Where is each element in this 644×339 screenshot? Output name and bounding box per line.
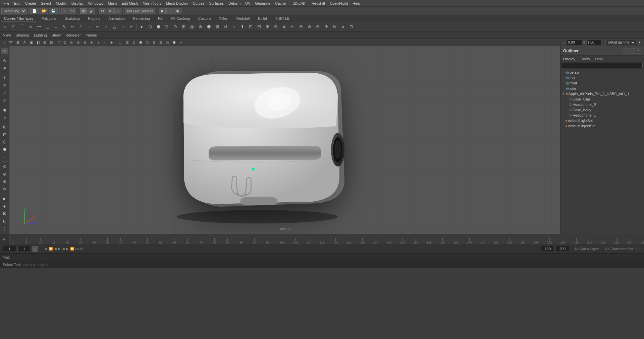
icon-revolve[interactable]: ↺ [221, 23, 229, 31]
icon-boolean[interactable]: ⊓ [347, 23, 355, 31]
gamma-select[interactable]: sRGB gamma [605, 40, 636, 45]
coord-x-input[interactable] [567, 40, 582, 45]
tc-next-key[interactable]: ⏩ [70, 247, 74, 251]
icon-arc1[interactable]: ◡ [43, 23, 51, 31]
menu-deform[interactable]: Deform [226, 1, 243, 6]
tab-curves-surfaces[interactable]: Curves / Surfaces [1, 16, 36, 21]
tool-move[interactable]: ✛ [1, 74, 8, 81]
tool-snap3[interactable]: ⊕ [1, 178, 8, 185]
tool-extra2[interactable]: ⊡ [1, 217, 8, 224]
menu-mesh-display[interactable]: Mesh Display [164, 1, 190, 6]
tool-scale[interactable]: ⤢ [1, 89, 8, 96]
tree-item-airpods-group[interactable]: ▼ ■ Apple_AirPods_Pro_2_USBC_nd1_1 [560, 91, 644, 96]
tb-paint[interactable]: 🖌 [88, 8, 95, 14]
anim-end-input[interactable] [556, 246, 569, 252]
tc-play-back[interactable]: ◀ [62, 247, 65, 251]
icon-rebuild[interactable]: ↻ [330, 23, 338, 31]
sub-h3[interactable]: ⊡ [131, 40, 137, 46]
menu-curves[interactable]: Curves [191, 1, 207, 6]
tab-turtle[interactable]: TURTLE [272, 16, 292, 21]
icon-rect[interactable]: □ [10, 23, 18, 31]
icon-freeform[interactable]: ∾ [94, 23, 102, 31]
outliner-search-input[interactable] [562, 63, 643, 68]
frame-start-input[interactable] [3, 246, 16, 252]
menu-3dtoall[interactable]: - 3DtoAll - [288, 1, 309, 6]
icon-pencil2[interactable]: ✏ [68, 23, 76, 31]
outliner-close[interactable]: × [636, 48, 641, 54]
tb-open[interactable]: 📂 [40, 8, 48, 14]
sub-anim[interactable]: ⬥ [95, 40, 101, 46]
tool-extra1[interactable]: ⊠ [1, 210, 8, 217]
menu-edit[interactable]: Edit [12, 1, 22, 6]
tool-show-manip[interactable]: ⊞ [1, 124, 8, 130]
icon-curve-bp[interactable]: ∿ [26, 23, 35, 31]
icon-curve3[interactable]: 〜 [35, 23, 43, 31]
tab-rigging[interactable]: Rigging [85, 16, 103, 21]
icon-bound[interactable]: ⊞ [263, 23, 271, 31]
icon-nurbs2[interactable]: ⊠ [213, 23, 221, 31]
icon-cone[interactable]: ▽ [163, 23, 171, 31]
tab-xgen[interactable]: XGen [216, 16, 231, 21]
sub-snap2[interactable]: ⊗ [75, 40, 81, 46]
icon-twopt[interactable]: ⟋ [102, 23, 110, 31]
tb-ipr[interactable]: ◉ [174, 8, 181, 14]
outliner-restore[interactable]: □ [629, 48, 635, 54]
sub-b[interactable]: ▣ [28, 40, 34, 46]
icon-cube[interactable]: ⬡ [146, 23, 154, 31]
icon-curve-ep[interactable]: ⌒ [18, 23, 26, 31]
tool-soft-mod[interactable]: ◉ [1, 107, 8, 113]
tree-item-headphone-r[interactable]: ⬡ Headphone_R [560, 102, 644, 107]
tab-fx-caching[interactable]: FX Caching [168, 16, 193, 21]
vb-show[interactable]: Show [50, 33, 63, 38]
tool-lattice[interactable]: ⬡ [1, 139, 8, 145]
char-set-icon2[interactable]: ⊟ [639, 247, 641, 251]
sub-h8[interactable]: ◎ [164, 40, 170, 46]
menu-generate[interactable]: Generate [253, 1, 272, 6]
out-tab-help[interactable]: Help [594, 57, 604, 61]
vb-shading[interactable]: Shading [14, 33, 31, 38]
tool-lasso[interactable]: ⊚ [1, 57, 8, 64]
menu-mesh[interactable]: Mesh [106, 1, 119, 6]
icon-loft[interactable]: ⌂ [230, 23, 238, 31]
tb-snap[interactable]: ⊙ [99, 8, 106, 14]
icon-cut[interactable]: ✂ [127, 23, 135, 31]
out-tab-display[interactable]: Display [562, 57, 577, 61]
menu-display[interactable]: Display [69, 1, 86, 6]
tool-snap-settings[interactable]: ⊙ [1, 163, 8, 170]
thumbnail-toggle[interactable]: □ [32, 246, 38, 252]
frame-current-input[interactable] [17, 246, 31, 252]
menu-select[interactable]: Select [39, 1, 53, 6]
menu-windows[interactable]: Windows [86, 1, 105, 6]
tool-sculpt[interactable]: ⌂ [1, 114, 8, 121]
tb-redo[interactable]: ↪ [69, 8, 76, 14]
sub-h4[interactable]: ⬢ [138, 40, 144, 46]
icon-trim[interactable]: ✄ [288, 23, 297, 31]
tb-render2[interactable]: ⊞ [166, 8, 173, 14]
tool-universal[interactable]: ⊹ [1, 97, 8, 104]
menu-mesh-tools[interactable]: Mesh Tools [141, 1, 163, 6]
tc-next-frame[interactable]: ▶ [66, 247, 69, 251]
sub-e[interactable]: ⊟ [48, 40, 54, 46]
tree-item-top[interactable]: 📹 top [560, 75, 644, 80]
icon-intersect[interactable]: ⊗ [305, 23, 313, 31]
tree-item-front[interactable]: 📹 front [560, 80, 644, 86]
mel-input[interactable] [13, 255, 644, 259]
tool-bottom1[interactable]: ⋮ [1, 226, 8, 232]
menu-help[interactable]: Help [351, 1, 362, 6]
tab-fx[interactable]: FX [155, 16, 165, 21]
sub-move[interactable]: ↕ [1, 40, 7, 46]
vb-lighting[interactable]: Lighting [32, 33, 49, 38]
vb-view[interactable]: View [1, 33, 13, 38]
icon-fillet[interactable]: ⊖ [314, 23, 322, 31]
icon-cylinder[interactable]: ⬢ [154, 23, 162, 31]
time-ruler[interactable]: 1510152025303540455055606570758085909510… [9, 234, 644, 244]
tb-select-mode[interactable]: ⊞ [80, 8, 87, 14]
icon-extrude[interactable]: ⬆ [238, 23, 246, 31]
tab-animation[interactable]: Animation [106, 16, 127, 21]
tool-rotate[interactable]: ↻ [1, 82, 8, 89]
char-set-icon1[interactable]: ⊞ [635, 247, 637, 251]
tree-item-default-object-set[interactable]: ◈ defaultObjectSet [560, 123, 644, 129]
gamma-icon[interactable]: ▼ [637, 40, 643, 46]
menu-edit-mesh[interactable]: Edit Mesh [119, 1, 140, 6]
menu-create[interactable]: Create [23, 1, 38, 6]
